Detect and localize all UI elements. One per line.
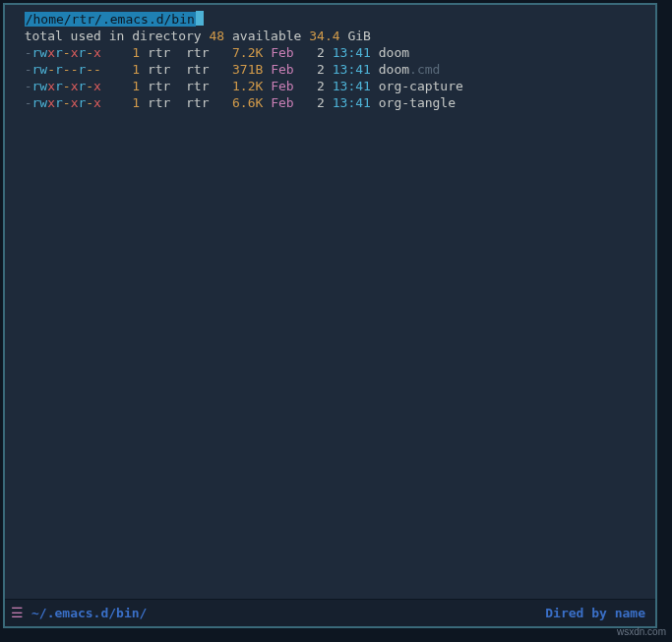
- dired-buffer[interactable]: /home/rtr/.emacs.d/bin total used in dir…: [5, 5, 655, 599]
- file-row[interactable]: -rwxr-xr-x 1 rtr rtr 7.2K Feb 2 13:41 do…: [7, 44, 653, 61]
- file-row[interactable]: -rwxr-xr-x 1 rtr rtr 6.6K Feb 2 13:41 or…: [7, 94, 653, 111]
- modeline-path: ~/.emacs.d/bin/: [31, 605, 147, 621]
- dired-summary-line: total used in directory 48 available 34.…: [7, 28, 653, 44]
- menu-icon[interactable]: ☰: [11, 605, 24, 621]
- watermark: wsxdn.com: [617, 623, 666, 640]
- file-name: doom: [379, 45, 409, 60]
- modeline: ☰ ~/.emacs.d/bin/ Dired by name: [5, 599, 655, 626]
- file-name: org-tangle: [379, 95, 456, 110]
- file-row[interactable]: -rw-r--r-- 1 rtr rtr 371B Feb 2 13:41 do…: [7, 61, 653, 78]
- modeline-mode: Dired by name: [545, 605, 645, 621]
- file-name: org-capture: [379, 79, 463, 93]
- emacs-window: /home/rtr/.emacs.d/bin total used in dir…: [3, 3, 657, 628]
- file-name: doom: [379, 62, 409, 77]
- dired-path-line: /home/rtr/.emacs.d/bin: [7, 11, 653, 28]
- cursor: [196, 11, 204, 26]
- dired-path: /home/rtr/.emacs.d/bin: [25, 12, 196, 27]
- file-row[interactable]: -rwxr-xr-x 1 rtr rtr 1.2K Feb 2 13:41 or…: [7, 78, 653, 94]
